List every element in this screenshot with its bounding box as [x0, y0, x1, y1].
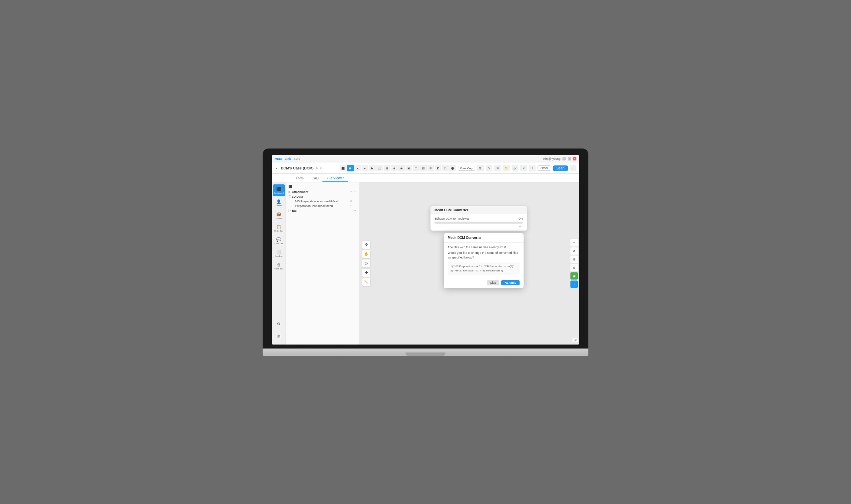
- attachment-action-2[interactable]: ⋯: [353, 191, 356, 193]
- skip-button[interactable]: Skip: [487, 280, 499, 285]
- zoom-out-button[interactable]: ⊖: [570, 264, 578, 271]
- case-title: DCM's Case (DCM): [281, 166, 314, 170]
- reset-view-button[interactable]: ↺: [570, 247, 578, 254]
- tree-item-mb-prep[interactable]: MB Preparation scan.meditMesh 👁 ⋯: [286, 199, 359, 204]
- tree-item-prep-scan-label: PreparationScan.meditMesh: [295, 204, 333, 208]
- dialog1-title: Medit DCM Converter: [435, 208, 468, 212]
- tool-icon-11[interactable]: ⬡: [413, 165, 420, 172]
- laptop-base: [263, 348, 588, 356]
- tool-icon-16[interactable]: ⬤: [449, 165, 456, 172]
- tool-icon-6[interactable]: ⬜: [376, 165, 383, 172]
- prep-scan-action-2[interactable]: ⋯: [353, 204, 356, 207]
- tree-item-3d-data[interactable]: ▽ 3D Data: [286, 194, 359, 199]
- tool-icon-3[interactable]: ●: [354, 165, 361, 172]
- delete-icon[interactable]: 🗑: [477, 165, 484, 172]
- order-box-icon: 📋: [276, 224, 281, 229]
- tab-file-viewer[interactable]: File Viewer: [322, 175, 348, 182]
- tool-icon-10[interactable]: ▣: [406, 165, 412, 172]
- tool-icon-7[interactable]: ▦: [384, 165, 390, 172]
- sidebar-label-patient: Patient: [276, 205, 282, 206]
- cursor-tool-button[interactable]: ✛: [362, 241, 370, 249]
- order-button[interactable]: Order: [537, 165, 551, 171]
- dialog1-progress-row: 3Shape DCM to meditMesh 0%: [435, 217, 523, 220]
- measure-tool-button[interactable]: 🦴: [362, 278, 370, 286]
- close-button[interactable]: ✕: [573, 157, 577, 160]
- viewer-left-toolbar: ✛ ✋ ◎ ✚ 🦴: [362, 241, 370, 286]
- tree-item-etc[interactable]: ▷ Etc. ⋯: [286, 208, 359, 213]
- mb-prep-action-2[interactable]: ⋯: [353, 200, 356, 203]
- progress-bar-bg: [435, 221, 523, 223]
- file-tree: ⬛ ▷ Attachment 👁 ⋯ ▽ 3D Data: [286, 182, 359, 344]
- copy-icon[interactable]: ⧉: [494, 165, 501, 172]
- rotate-tool-button[interactable]: ◎: [362, 259, 370, 267]
- mb-prep-action-1[interactable]: 👁: [350, 200, 352, 203]
- folder-icon[interactable]: 📁: [503, 165, 510, 172]
- sidebar-item-settings[interactable]: ⚙: [273, 318, 285, 330]
- prep-scan-actions: 👁 ⋯: [350, 204, 356, 207]
- share2-icon[interactable]: ⇪: [529, 165, 535, 172]
- sidebar-item-live-box[interactable]: 📦 Live Box: [273, 210, 285, 221]
- tree-item-attachment[interactable]: ▷ Attachment 👁 ⋯: [286, 190, 359, 194]
- scan-button[interactable]: Scan: [553, 165, 568, 171]
- dialog2-title: Medit DCM Converter: [448, 236, 482, 239]
- dialog2-file2: 2) "PreparationScan" to "PreparationScan…: [450, 269, 517, 273]
- zoom-in-button[interactable]: +: [570, 239, 578, 246]
- pan-tool-button[interactable]: ✋: [362, 250, 370, 258]
- form-only-button[interactable]: Form Only: [458, 166, 475, 171]
- titlebar: MEDIT Link 3.2.1 Kim jinyoung ─ □ ✕: [272, 155, 579, 163]
- attachment-action-1[interactable]: 👁: [350, 191, 352, 193]
- live-box-icon: 📦: [276, 212, 281, 217]
- back-button[interactable]: ‹: [274, 165, 279, 172]
- dialog2-header: Medit DCM Converter: [444, 233, 524, 242]
- tool-icon-12[interactable]: ◧: [420, 165, 427, 172]
- tool-icon-15[interactable]: ⬠: [442, 165, 449, 172]
- external-icon[interactable]: ↗: [520, 165, 527, 172]
- rename-button[interactable]: Rename: [501, 280, 519, 285]
- tool-icon-5[interactable]: ▶: [369, 165, 376, 172]
- tab-cad[interactable]: CAD: [307, 175, 322, 182]
- sidebar-item-grid[interactable]: ⊞: [273, 330, 285, 343]
- share-icon[interactable]: ⊙: [320, 166, 323, 170]
- tool-icon-2[interactable]: ◼: [347, 165, 354, 172]
- 3d-viewer[interactable]: ✛ ✋ ◎ ✚ 🦴 Medit DCM Converter: [359, 182, 579, 344]
- edit2-icon[interactable]: ✎: [486, 165, 492, 172]
- viewer-right-toolbar: + ↺ ⊕ ⊖ ◉ ℹ: [569, 237, 579, 289]
- tab-form[interactable]: Form: [292, 175, 307, 182]
- dcm-converter-dialog: Medit DCM Converter 3Shape DCM to meditM…: [430, 206, 527, 231]
- etc-actions: ⋯: [353, 209, 356, 212]
- dialog1-progress-label: 3Shape DCM to meditMesh: [435, 217, 472, 220]
- color-button[interactable]: ◉: [570, 272, 578, 280]
- edit-icon[interactable]: ✎: [316, 166, 318, 170]
- sidebar-item-dashboard[interactable]: ⬛ Dashboard: [273, 184, 285, 196]
- sidebar-item-case-talk[interactable]: 💬 Case Talk: [273, 235, 285, 247]
- sidebar-label-live-box: Live Box: [275, 217, 283, 219]
- tree-item-prep-scan[interactable]: PreparationScan.meditMesh 👁 ⋯: [286, 204, 359, 208]
- dialog2-message1: The files with the same names already ex…: [448, 245, 519, 250]
- tool-icon-1[interactable]: ⬛: [340, 165, 347, 172]
- case-talk-icon: 💬: [276, 237, 281, 242]
- tool-icon-4[interactable]: ●: [362, 165, 368, 172]
- sidebar-item-trash-box[interactable]: 🗑 Trash Box: [273, 260, 285, 272]
- dialog2-message2: Would you like to change the name of con…: [448, 251, 519, 260]
- app-body: ⬛ Dashboard 👤 Patient 📦 Live Box 📋 Order…: [272, 182, 579, 344]
- etc-action-1[interactable]: ⋯: [353, 209, 356, 212]
- dialog2-footer: Skip Rename: [444, 278, 524, 288]
- sidebar-item-patient[interactable]: 👤 Patient: [273, 197, 285, 209]
- move-tool-button[interactable]: ✚: [362, 269, 370, 277]
- tool-icon-13[interactable]: ⊞: [427, 165, 434, 172]
- sidebar-item-order-box[interactable]: 📋 Order Box: [273, 222, 285, 234]
- tool-icon-9[interactable]: ◉: [398, 165, 405, 172]
- zoom-in2-button[interactable]: ⊕: [570, 255, 578, 263]
- tree-header-icon: ⬛: [288, 185, 292, 188]
- tool-icon-8[interactable]: ◈: [391, 165, 397, 172]
- sidebar-item-app-box[interactable]: ⬜ App Box: [273, 248, 285, 259]
- link-icon[interactable]: 🔗: [512, 165, 518, 172]
- tool-icon-14[interactable]: ◩: [435, 165, 441, 172]
- app-logo: MEDIT Link: [274, 157, 291, 160]
- maximize-button[interactable]: □: [568, 157, 571, 160]
- dialog2-file1: 1) "MB Preparation scan" to "MB Preparat…: [450, 265, 517, 269]
- info-button[interactable]: ℹ: [570, 281, 578, 288]
- more-icon[interactable]: ⋯: [570, 165, 577, 172]
- minimize-button[interactable]: ─: [563, 157, 566, 160]
- prep-scan-action-1[interactable]: 👁: [350, 204, 352, 207]
